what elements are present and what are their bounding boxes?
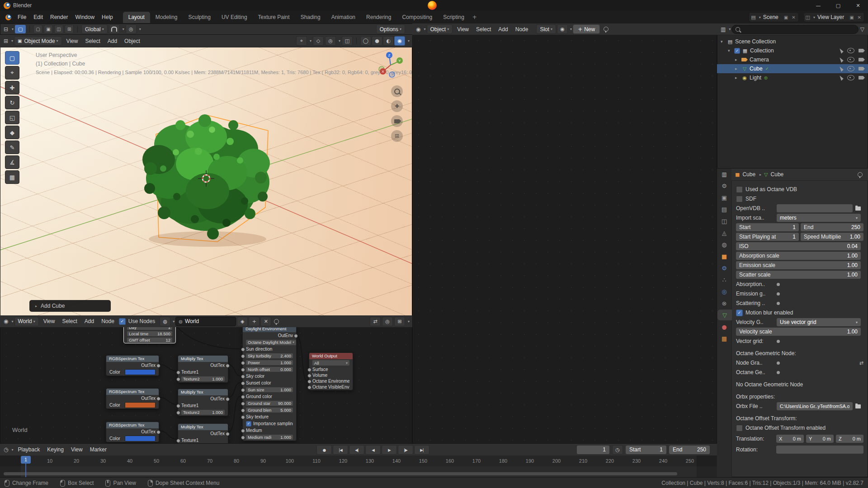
input-socket[interactable]: [241, 347, 245, 352]
node-row[interactable]: Sunset color Sunset color: [243, 380, 296, 386]
object-name[interactable]: Cube: [750, 66, 763, 72]
tab-modifiers[interactable]: ⚙: [717, 263, 731, 273]
world-node-canvas[interactable]: Day Day1 Local time Local time18.500 GMT…: [0, 327, 412, 443]
input-row[interactable]: Octane Environment: [309, 378, 353, 384]
shading-wireframe[interactable]: ◯: [360, 36, 371, 46]
node-title[interactable]: Multiply Tex: [178, 356, 228, 362]
input-socket[interactable]: [176, 404, 180, 408]
property-row[interactable]: Absorption.. Absorption.. ▾: [736, 280, 863, 288]
tab-constraints[interactable]: ⊗: [717, 298, 731, 309]
input-row[interactable]: Surface: [309, 366, 353, 372]
show-gizmo-toggle[interactable]: ◇: [313, 36, 324, 46]
new-view-layer-button[interactable]: ▣: [849, 15, 854, 20]
property-row[interactable]: ISO ISO 0.04 ▾: [736, 242, 863, 250]
timeline-menu-item[interactable]: Marker: [86, 445, 110, 454]
value-control[interactable]: Import sca.. meters ▾: [777, 214, 861, 222]
proportional-editing-toggle[interactable]: ◎: [126, 24, 137, 34]
node-row[interactable]: Power Power1.000: [243, 359, 296, 366]
selectable-toggle-icon[interactable]: [840, 75, 844, 80]
value-control[interactable]: Scatter scale 1.00 ▾: [736, 271, 861, 279]
color-row[interactable]: Color: [106, 369, 159, 375]
shader-menu-item[interactable]: Add: [495, 25, 511, 34]
value-control[interactable]: Absorption scale 1.00 ▾: [736, 252, 861, 260]
blender-menu-icon[interactable]: [5, 14, 11, 20]
node-title[interactable]: World Output: [309, 353, 353, 359]
tab-layout[interactable]: Layout: [123, 12, 150, 23]
camera-view-button[interactable]: [391, 115, 403, 127]
node-row[interactable]: Day Day1: [124, 327, 175, 330]
tab-scene[interactable]: ◬: [717, 227, 731, 238]
tool-measure[interactable]: ∡: [5, 155, 19, 169]
input-socket[interactable]: [307, 368, 311, 372]
expand-arrow[interactable]: ▾: [721, 39, 725, 44]
viewport-menu-item[interactable]: View: [63, 37, 82, 46]
node-row[interactable]: Ground star Ground star90.000: [243, 400, 296, 407]
editor-type-icon[interactable]: ◉: [415, 26, 421, 33]
mode-selector[interactable]: ▣ Object Mode▾: [14, 36, 62, 46]
pin-icon[interactable]: [858, 172, 863, 177]
jump-to-start[interactable]: |◀: [333, 445, 348, 455]
tab-modeling[interactable]: Modeling: [150, 12, 183, 23]
input-socket[interactable]: [241, 402, 245, 406]
select-mode-new-toggle[interactable]: ▣: [44, 25, 53, 33]
tool-select-box[interactable]: ▢: [5, 51, 19, 65]
render-toggle-camera-icon[interactable]: [859, 67, 863, 70]
input-socket[interactable]: [241, 368, 245, 372]
use-preview-range-toggle[interactable]: ◷: [612, 445, 623, 455]
active-tool-icon[interactable]: ▢: [15, 25, 26, 33]
property-row[interactable]: Import sca.. Import sca.. meters ▾: [736, 214, 863, 222]
start-frame-field[interactable]: Start 1: [736, 223, 799, 231]
model-dropdown-row[interactable]: Octane Daylight Model▾: [243, 339, 296, 346]
overlap-toggle[interactable]: ⊞: [394, 317, 405, 326]
object-name[interactable]: Camera: [750, 56, 769, 63]
translation-y-field[interactable]: Y 0 m: [806, 435, 834, 443]
tab-scripting[interactable]: Scripting: [438, 12, 470, 23]
node-world-output[interactable]: World Output All▾ Surface Volume Octane …: [309, 352, 353, 390]
breadcrumb-object[interactable]: Cube: [742, 171, 755, 178]
property-row[interactable]: SDF SDF ▾: [736, 195, 863, 203]
transform-orientation-dropdown[interactable]: Global▾: [81, 24, 108, 34]
property-row[interactable]: Octane Geometric Node: Octane Geometric …: [736, 349, 863, 357]
rotation-field[interactable]: [776, 446, 863, 454]
value-control[interactable]: Orbx File .. C:\Users\Lino Gr..yTest\fro…: [777, 402, 853, 410]
value-control[interactable]: Velocity scale 1.00 ▾: [736, 328, 861, 336]
timeline-scrollbar[interactable]: [4, 472, 677, 475]
property-row[interactable]: Motion blur enabled Motion blur enabled …: [736, 309, 863, 317]
operator-panel[interactable]: ▸ Add Cube: [29, 300, 111, 312]
hide-toggle-eye-icon[interactable]: [847, 48, 854, 53]
browse-world-dropdown[interactable]: ◍: [160, 317, 170, 326]
scene-selector[interactable]: ▤▾ Scene ▣ ✕: [749, 12, 798, 22]
hide-toggle-eye-icon[interactable]: [847, 66, 854, 71]
frame-start-field[interactable]: Start1: [626, 446, 666, 454]
selectable-toggle-icon[interactable]: [840, 66, 844, 71]
show-overlays-toggle[interactable]: ◎: [325, 36, 336, 46]
object-name[interactable]: Scene Collection: [735, 38, 776, 45]
fake-user-button[interactable]: ◈: [237, 317, 248, 326]
color-row[interactable]: Color: [106, 402, 159, 408]
input-socket[interactable]: [307, 374, 311, 378]
world-menu-item[interactable]: Add: [81, 317, 98, 326]
snap-magnet-toggle[interactable]: [109, 24, 120, 34]
playhead-line[interactable]: [25, 464, 26, 477]
shader-node-canvas[interactable]: [413, 35, 717, 443]
play[interactable]: ▶: [382, 445, 397, 455]
value-control[interactable]: Emission scale 1.00 ▾: [736, 261, 861, 269]
input-socket[interactable]: [307, 385, 311, 389]
node-daylight-environment[interactable]: Daylight Environment OutEnv Octane Dayli…: [242, 327, 297, 441]
input-socket[interactable]: [241, 429, 245, 433]
node-rgbspectrum-3[interactable]: RGBSpectrum Tex OutTex Color: [106, 422, 159, 442]
node-multiply-1[interactable]: Multiply Tex OutTex Texture1 Texture21.0…: [178, 355, 228, 383]
outliner-row[interactable]: ▾ ✓ ▤ ▦ ▽ ◉ Scene Collection: [717, 37, 868, 46]
decorator-dot[interactable]: [777, 340, 780, 343]
property-row[interactable]: Octane Offset Transform: Octane Offset T…: [736, 414, 863, 422]
browse-material-dropdown[interactable]: ◉: [557, 24, 568, 34]
add-workspace-button[interactable]: +: [470, 13, 480, 22]
property-row[interactable]: Emission scale Emission scale 1.00 ▾: [736, 261, 863, 269]
menu-item[interactable]: File: [14, 13, 30, 22]
tab-texture[interactable]: ▦: [717, 333, 731, 344]
node-title[interactable]: Multiply Tex: [178, 389, 228, 395]
world-name-field[interactable]: ◍ World: [175, 317, 236, 326]
property-row[interactable]: Velocity G.. Velocity G.. Use vector gri…: [736, 318, 863, 326]
target-dropdown-row[interactable]: All▾: [309, 359, 353, 366]
hide-toggle-eye-icon[interactable]: [847, 57, 854, 62]
